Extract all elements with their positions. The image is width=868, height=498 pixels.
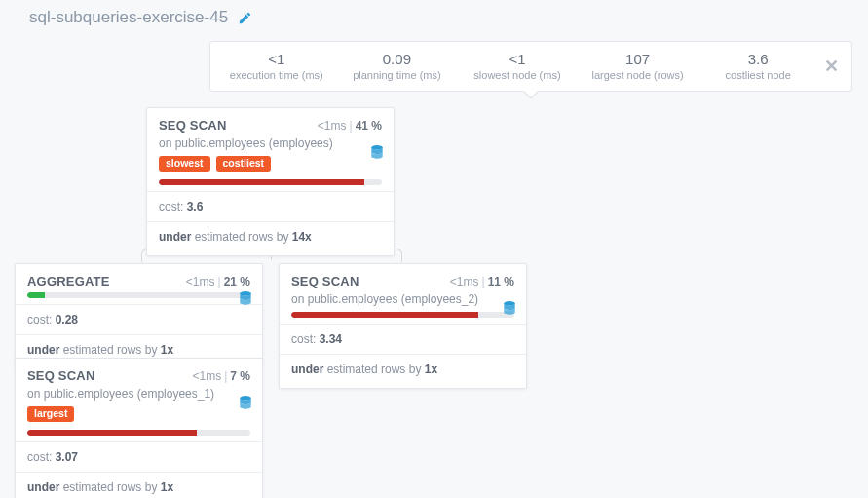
node-badges: slowest costliest	[159, 156, 382, 172]
stat-value: <1	[457, 51, 578, 69]
close-icon: ✕	[824, 57, 839, 76]
stat-value: 0.09	[337, 51, 458, 69]
stat-label: largest node (rows)	[578, 69, 698, 83]
database-icon	[370, 145, 384, 161]
node-metrics: <1ms|21 %	[186, 275, 250, 288]
stat-value: <1	[216, 51, 337, 69]
badge-largest: largest	[27, 406, 74, 422]
svg-point-1	[240, 291, 250, 296]
node-metrics: <1ms|11 %	[450, 275, 514, 288]
plan-node-seq-scan-2[interactable]: SEQ SCAN <1ms|11 % on public.employees (…	[279, 263, 527, 389]
node-bar	[27, 430, 250, 436]
node-cost: cost: 3.6	[159, 198, 382, 215]
pencil-icon	[238, 11, 252, 25]
svg-point-3	[240, 396, 250, 401]
stat-costliest-node: 3.6 costliest node	[698, 51, 818, 83]
edit-title-button[interactable]	[238, 11, 252, 25]
database-icon	[503, 301, 516, 317]
plan-node-seq-scan-root[interactable]: SEQ SCAN <1ms|41 % on public.employees (…	[146, 107, 395, 256]
stat-label: execution time (ms)	[216, 69, 337, 83]
badge-costliest: costliest	[216, 156, 272, 172]
node-badges: largest	[27, 406, 250, 422]
node-bar	[159, 179, 382, 185]
stat-slowest-node: <1 slowest node (ms)	[457, 51, 578, 83]
stat-label: planning time (ms)	[337, 69, 458, 83]
node-title: SEQ SCAN	[291, 274, 359, 288]
stat-value: 107	[578, 51, 698, 69]
stat-label: costliest node	[698, 69, 818, 83]
stats-pointer	[522, 91, 540, 100]
svg-point-2	[504, 301, 514, 306]
node-subtitle: on public.employees (employees_1)	[27, 387, 250, 401]
plan-node-seq-scan-1[interactable]: SEQ SCAN <1ms|7 % on public.employees (e…	[15, 358, 263, 498]
stat-planning-time: 0.09 planning time (ms)	[337, 51, 458, 83]
plan-stats-panel: <1 execution time (ms) 0.09 planning tim…	[209, 41, 852, 92]
node-estimate: under estimated rows by 1x	[291, 361, 514, 378]
node-metrics: <1ms|41 %	[318, 119, 382, 133]
database-icon	[239, 396, 252, 411]
node-bar	[27, 292, 250, 298]
node-metrics: <1ms|7 %	[193, 369, 251, 383]
node-cost: cost: 3.07	[27, 448, 250, 466]
stat-execution-time: <1 execution time (ms)	[216, 51, 337, 83]
node-cost: cost: 3.34	[291, 330, 514, 348]
database-icon	[239, 291, 252, 307]
plan-node-aggregate[interactable]: AGGREGATE <1ms|21 % cost: 0.28 under est…	[15, 263, 263, 369]
node-title: SEQ SCAN	[27, 368, 95, 383]
stat-largest-node: 107 largest node (rows)	[578, 51, 698, 83]
node-subtitle: on public.employees (employees_2)	[291, 292, 514, 306]
node-cost: cost: 0.28	[27, 311, 250, 328]
close-stats-button[interactable]: ✕	[818, 56, 846, 77]
node-title: AGGREGATE	[27, 274, 110, 288]
node-title: SEQ SCAN	[159, 118, 227, 133]
node-estimate: under estimated rows by 1x	[27, 341, 250, 359]
stat-value: 3.6	[698, 51, 818, 69]
svg-point-0	[371, 145, 382, 150]
node-bar	[291, 312, 514, 318]
node-estimate: under estimated rows by 1x	[27, 479, 250, 496]
node-estimate: under estimated rows by 14x	[159, 228, 382, 246]
page-title: sql-subqueries-exercise-45	[29, 8, 228, 27]
node-subtitle: on public.employees (employees)	[159, 136, 382, 150]
stat-label: slowest node (ms)	[457, 69, 578, 83]
badge-slowest: slowest	[159, 156, 210, 172]
